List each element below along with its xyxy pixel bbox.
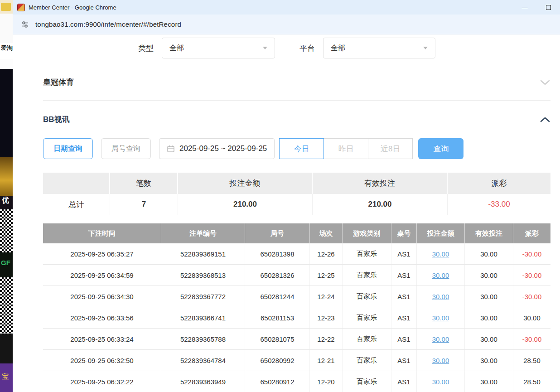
summary-payout-value: -33.00 xyxy=(448,194,550,215)
platform-select-value: 全部 xyxy=(331,44,345,53)
background-folder-icon xyxy=(0,0,13,14)
cell-valid-bet: 30.00 xyxy=(465,286,513,307)
cell-round-no: 650281326 xyxy=(245,265,310,286)
chevron-up-icon[interactable] xyxy=(540,116,550,123)
cell-table-no: AS1 xyxy=(391,243,417,264)
type-filter-label: 类型 xyxy=(138,43,154,53)
cell-valid-bet: 30.00 xyxy=(465,243,513,264)
summary-total-row: 总计 7 210.00 210.00 -33.00 xyxy=(43,194,550,215)
cell-game-type: 百家乐 xyxy=(343,350,391,371)
cell-payout: 28.50 xyxy=(513,371,550,392)
bet-amount-link[interactable]: 30.00 xyxy=(432,335,449,343)
cell-valid-bet: 30.00 xyxy=(465,329,513,349)
date-query-button[interactable]: 日期查询 xyxy=(43,138,93,159)
platform-filter-label: 平台 xyxy=(299,43,315,53)
summary-table: 笔数 投注金额 有效投注 派彩 总计 7 210.00 210.00 -33.0… xyxy=(43,173,550,215)
table-row: 2025-09-25 06:34:30 522839367772 6502812… xyxy=(43,286,550,307)
col-header-bet-time: 下注时间 xyxy=(43,223,161,243)
yesterday-button[interactable]: 昨日 xyxy=(323,138,368,159)
col-header-order-no: 注单编号 xyxy=(161,223,245,243)
bet-amount-link[interactable]: 30.00 xyxy=(432,378,449,386)
cell-bet-time: 2025-09-25 06:34:59 xyxy=(43,265,161,286)
cell-order-no: 522839366741 xyxy=(161,307,245,328)
cell-payout: -30.00 xyxy=(513,286,550,307)
date-range-picker[interactable]: 2025-09-25 ~ 2025-09-25 xyxy=(159,138,275,159)
round-query-button[interactable]: 局号查询 xyxy=(101,138,151,159)
summary-header-payout: 派彩 xyxy=(448,173,550,194)
cell-game-type: 百家乐 xyxy=(343,265,391,286)
cell-order-no: 522839363949 xyxy=(161,371,245,392)
cell-bet-time: 2025-09-25 06:35:27 xyxy=(43,243,161,264)
cell-bet-time: 2025-09-25 06:33:56 xyxy=(43,307,161,328)
search-button[interactable]: 查询 xyxy=(418,138,463,159)
url-text[interactable]: tongbao31.com:9900/infe/mcenter/#/betRec… xyxy=(35,20,181,28)
summary-total-label: 总计 xyxy=(43,194,110,215)
desktop-background-strip: 爱淘 优 GF 宝 xyxy=(0,0,13,392)
cell-table-no: AS1 xyxy=(391,265,417,286)
section-title-crown-sports: 皇冠体育 xyxy=(43,77,74,87)
cell-order-no: 522839364784 xyxy=(161,350,245,371)
cell-payout: -30.00 xyxy=(513,243,550,264)
bet-amount-link[interactable]: 30.00 xyxy=(432,271,449,279)
summary-valid-bet-value: 210.00 xyxy=(313,194,448,215)
browser-window: Member Center - Google Chrome — tongbao3… xyxy=(13,0,560,392)
type-select[interactable]: 全部 xyxy=(162,38,275,58)
table-row: 2025-09-25 06:34:59 522839368513 6502813… xyxy=(43,265,550,286)
cell-game-type: 百家乐 xyxy=(343,371,391,392)
cell-game-type: 百家乐 xyxy=(343,286,391,307)
col-header-session: 场次 xyxy=(310,223,343,243)
today-button[interactable]: 今日 xyxy=(279,138,324,159)
window-title-bar: Member Center - Google Chrome — xyxy=(13,0,560,15)
summary-count-value: 7 xyxy=(110,194,178,215)
site-settings-icon[interactable] xyxy=(21,20,29,29)
cell-round-no: 650281398 xyxy=(245,243,310,264)
cell-session: 12-22 xyxy=(310,329,343,349)
bet-table-body: 2025-09-25 06:35:27 522839369151 6502813… xyxy=(43,243,550,392)
table-row: 2025-09-25 06:32:50 522839364784 6502809… xyxy=(43,350,550,371)
cell-session: 12-23 xyxy=(310,307,343,328)
cell-payout: 28.50 xyxy=(513,350,550,371)
maximize-icon xyxy=(546,5,551,10)
maximize-button[interactable] xyxy=(536,0,560,15)
section-bb-video[interactable]: BB视讯 xyxy=(43,114,550,125)
bet-amount-link[interactable]: 30.00 xyxy=(432,314,449,322)
type-select-value: 全部 xyxy=(169,44,184,53)
cell-order-no: 522839368513 xyxy=(161,265,245,286)
last-8-days-button[interactable]: 近8日 xyxy=(368,138,413,159)
col-header-table-no: 桌号 xyxy=(391,223,417,243)
col-header-bet-amount: 投注金额 xyxy=(417,223,465,243)
chevron-down-icon xyxy=(423,47,428,49)
minimize-button[interactable]: — xyxy=(513,0,536,15)
cell-order-no: 522839369151 xyxy=(161,243,245,264)
bet-amount-link[interactable]: 30.00 xyxy=(432,357,449,364)
bet-record-table: 下注时间 注单编号 局号 场次 游戏类别 桌号 投注金额 有效投注 派彩 202… xyxy=(43,223,550,392)
platform-select[interactable]: 全部 xyxy=(323,38,435,58)
cell-payout: 30.00 xyxy=(513,307,550,328)
cell-game-type: 百家乐 xyxy=(343,307,391,328)
background-text-gf: GF xyxy=(0,252,13,277)
bet-amount-link[interactable]: 30.00 xyxy=(432,293,449,300)
background-casino-banner xyxy=(0,157,13,196)
calendar-icon xyxy=(167,145,175,153)
summary-header-valid-bet: 有效投注 xyxy=(313,173,448,194)
section-crown-sports[interactable]: 皇冠体育 xyxy=(43,77,550,87)
cell-session: 12-21 xyxy=(310,350,343,371)
cell-bet-time: 2025-09-25 06:34:30 xyxy=(43,286,161,307)
summary-header-count: 笔数 xyxy=(110,173,178,194)
bet-amount-link[interactable]: 30.00 xyxy=(432,250,449,258)
cell-bet-time: 2025-09-25 06:32:50 xyxy=(43,350,161,371)
cell-valid-bet: 30.00 xyxy=(465,265,513,286)
window-title: Member Center - Google Chrome xyxy=(29,4,116,11)
summary-header-bet-amount: 投注金额 xyxy=(178,173,313,194)
section-divider xyxy=(43,100,550,101)
col-header-payout: 派彩 xyxy=(513,223,550,243)
cell-session: 12-25 xyxy=(310,265,343,286)
browser-address-bar[interactable]: tongbao31.com:9900/infe/mcenter/#/betRec… xyxy=(13,15,560,34)
quick-date-group: 今日 昨日 近8日 xyxy=(279,138,413,159)
cell-bet-time: 2025-09-25 06:33:24 xyxy=(43,329,161,349)
cell-round-no: 650280992 xyxy=(245,350,310,371)
chevron-down-icon[interactable] xyxy=(540,79,550,86)
cell-valid-bet: 30.00 xyxy=(465,307,513,328)
table-row: 2025-09-25 06:33:24 522839365788 6502810… xyxy=(43,329,550,350)
cell-game-type: 百家乐 xyxy=(343,329,391,349)
